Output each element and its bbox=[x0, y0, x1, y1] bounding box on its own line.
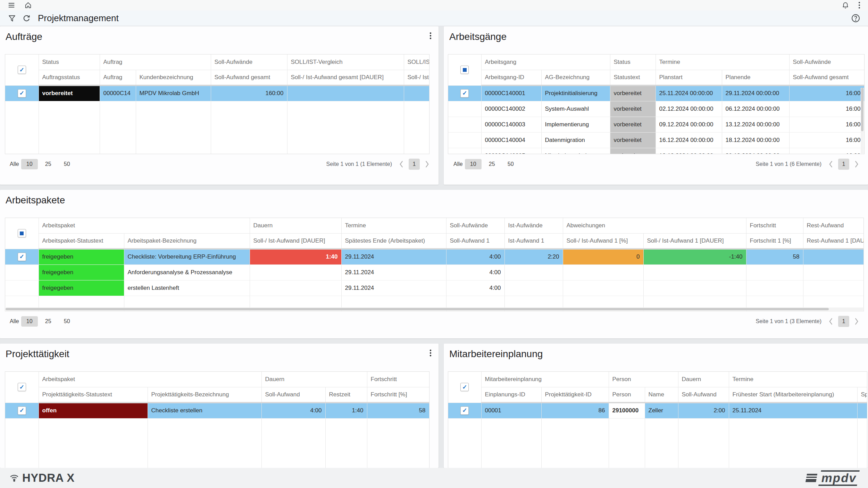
next-page-button[interactable] bbox=[854, 160, 859, 168]
column-header[interactable]: Soll-Aufwand gesamt bbox=[789, 70, 864, 85]
column-header[interactable]: Projekttätigkeit-ID bbox=[541, 387, 609, 403]
kebab-menu-icon[interactable] bbox=[858, 1, 860, 9]
table-row[interactable]: offenCheckliste erstellen4:001:4058 bbox=[5, 403, 429, 418]
column-header[interactable]: Projekttätigkeits-Statustext bbox=[39, 387, 148, 403]
column-header[interactable]: Soll-Aufwand gesamt bbox=[211, 70, 287, 85]
column-header[interactable]: Arbeitspaket-Statustext bbox=[39, 233, 124, 249]
column-header[interactable]: Arbeitsgang-ID bbox=[481, 70, 541, 85]
column-header[interactable]: Fortschritt 1 [%] bbox=[746, 233, 803, 249]
panel-kebab-icon[interactable] bbox=[429, 348, 432, 357]
hamburger-menu-icon[interactable] bbox=[8, 1, 15, 9]
page-size-50[interactable]: 50 bbox=[59, 159, 75, 169]
select-all-checkbox[interactable] bbox=[18, 229, 26, 237]
table-row[interactable]: 00000C140001Projektinitialisierungvorber… bbox=[448, 85, 864, 101]
table-row[interactable]: 00000C140004Datenmigrationvorbereitet16.… bbox=[448, 132, 864, 148]
column-header[interactable]: Soll-Aufwand bbox=[678, 387, 729, 403]
cell: 16.12.2024 00:00:00 bbox=[656, 132, 722, 148]
select-all-checkbox[interactable] bbox=[460, 383, 469, 391]
column-header[interactable]: Auftrag bbox=[100, 70, 136, 85]
column-header[interactable]: Soll-/ Ist-Aufwand gesamt [%] bbox=[404, 70, 429, 85]
column-header[interactable]: Spätestes Ende (Arbeitspaket) bbox=[341, 233, 446, 249]
column-header[interactable]: Person bbox=[609, 387, 645, 403]
panel-auftraege: Aufträge Status Auftrag Soll-Aufwände SO… bbox=[0, 26, 439, 185]
table-row[interactable]: 000018629100000Zeller2:0025.11.2024 bbox=[448, 403, 867, 418]
column-header[interactable]: Frühester Start (Mitarbeitereinplanung) bbox=[729, 387, 857, 403]
column-header[interactable]: AG-Bezeichnung bbox=[541, 70, 610, 85]
column-header[interactable]: Soll-Aufwand bbox=[261, 387, 325, 403]
help-icon[interactable] bbox=[851, 14, 860, 23]
column-header[interactable]: Fortschritt [%] bbox=[367, 387, 429, 403]
column-group: Fortschritt bbox=[746, 218, 803, 233]
wifi-icon bbox=[8, 472, 20, 483]
page-number[interactable]: 1 bbox=[838, 159, 849, 170]
table-row[interactable]: freigegebenAnforderungsanalyse & Prozess… bbox=[5, 264, 863, 280]
next-page-button[interactable] bbox=[854, 318, 859, 325]
page-size-10[interactable]: 10 bbox=[21, 316, 38, 327]
next-page-button[interactable] bbox=[425, 160, 429, 168]
page-size-25[interactable]: 25 bbox=[40, 159, 57, 169]
column-header[interactable]: Spätestes Ende (Mitarbeitereinplanung) bbox=[857, 387, 867, 403]
column-header[interactable]: Soll-/ Ist-Aufwand 1 [%] bbox=[563, 233, 643, 249]
empty-row bbox=[448, 418, 867, 468]
cell: Checkliste: Vorbereitung ERP-Einführung bbox=[124, 249, 250, 264]
table-row[interactable]: freigegebenCheckliste: Vorbereitung ERP-… bbox=[5, 249, 863, 264]
column-group: Dauern bbox=[250, 218, 341, 233]
page-size-25[interactable]: 25 bbox=[484, 159, 500, 169]
cell: Mitarbeiterschulung bbox=[541, 148, 610, 154]
table-row[interactable]: vorbereitet00000C14MPDV Mikrolab GmbH160… bbox=[5, 85, 429, 101]
column-header[interactable]: Name bbox=[645, 387, 678, 403]
horizontal-scrollbar[interactable] bbox=[6, 308, 863, 311]
page-size-10[interactable]: 10 bbox=[21, 159, 38, 169]
column-header[interactable]: Restzeit bbox=[325, 387, 367, 403]
row-select-cell bbox=[5, 85, 39, 101]
column-header[interactable]: Soll-/ Ist-Aufwand gesamt [DAUER] bbox=[287, 70, 404, 85]
column-header[interactable]: Einplanungs-ID bbox=[481, 387, 541, 403]
filter-icon[interactable] bbox=[8, 14, 16, 23]
refresh-icon[interactable] bbox=[22, 14, 31, 23]
row-checkbox[interactable] bbox=[18, 89, 26, 98]
column-header[interactable]: Auftragsstatus bbox=[39, 70, 100, 85]
page-size-50[interactable]: 50 bbox=[502, 159, 519, 169]
select-all-cell bbox=[448, 372, 481, 403]
prev-page-button[interactable] bbox=[399, 160, 404, 168]
column-header[interactable]: Ist-Aufwand 1 bbox=[504, 233, 563, 249]
panel-kebab-icon[interactable] bbox=[429, 31, 432, 40]
vertical-scrollbar[interactable] bbox=[861, 88, 864, 153]
select-all-checkbox[interactable] bbox=[460, 66, 469, 74]
row-checkbox[interactable] bbox=[18, 253, 26, 261]
page-number[interactable]: 1 bbox=[409, 159, 420, 170]
column-header[interactable]: Rest-Aufwand 1 [DAUER] bbox=[803, 233, 863, 249]
mpdv-flag-icon bbox=[806, 474, 817, 482]
row-checkbox[interactable] bbox=[18, 406, 26, 415]
page-size-all[interactable]: Alle bbox=[10, 318, 19, 325]
select-all-checkbox[interactable] bbox=[18, 383, 26, 391]
column-header[interactable]: Projekttätigkeits-Bezeichnung bbox=[148, 387, 261, 403]
column-header[interactable]: Soll-Aufwand 1 bbox=[446, 233, 504, 249]
prev-page-button[interactable] bbox=[828, 318, 833, 325]
page-size-all[interactable]: Alle bbox=[453, 161, 463, 167]
page-size-all[interactable]: Alle bbox=[10, 161, 19, 167]
table-row[interactable]: 00000C140002System-Auswahlvorbereitet02.… bbox=[448, 101, 864, 117]
column-header[interactable]: Arbeitspaket-Bezeichnung bbox=[124, 233, 250, 249]
page-size-10[interactable]: 10 bbox=[465, 159, 482, 169]
column-header[interactable]: Planende bbox=[722, 70, 789, 85]
page-size-50[interactable]: 50 bbox=[59, 316, 75, 327]
table-row[interactable]: 00000C140003Implementierungvorbereitet09… bbox=[448, 117, 864, 132]
column-group: Ist-Aufwände bbox=[504, 218, 563, 233]
select-all-checkbox[interactable] bbox=[18, 66, 26, 74]
prev-page-button[interactable] bbox=[828, 160, 833, 168]
page-number[interactable]: 1 bbox=[838, 316, 849, 327]
column-header[interactable]: Planstart bbox=[656, 70, 722, 85]
column-header[interactable]: Statustext bbox=[610, 70, 656, 85]
column-header[interactable]: Soll-/ Ist-Aufwand [DAUER] bbox=[250, 233, 341, 249]
page-size-25[interactable]: 25 bbox=[40, 316, 57, 327]
column-header[interactable]: Soll-/ Ist-Aufwand 1 [DAUER] bbox=[643, 233, 746, 249]
table-row[interactable]: 00000C140005Mitarbeiterschulungvorbereit… bbox=[448, 148, 864, 154]
row-checkbox[interactable] bbox=[460, 406, 469, 415]
row-checkbox[interactable] bbox=[460, 89, 469, 98]
notifications-bell-icon[interactable] bbox=[842, 1, 849, 9]
column-header[interactable]: Kundenbezeichnung bbox=[136, 70, 211, 85]
table-row[interactable]: freigegebenerstellen Lastenheft29.11.202… bbox=[5, 280, 863, 296]
home-icon[interactable] bbox=[24, 1, 32, 9]
cell bbox=[287, 85, 404, 101]
